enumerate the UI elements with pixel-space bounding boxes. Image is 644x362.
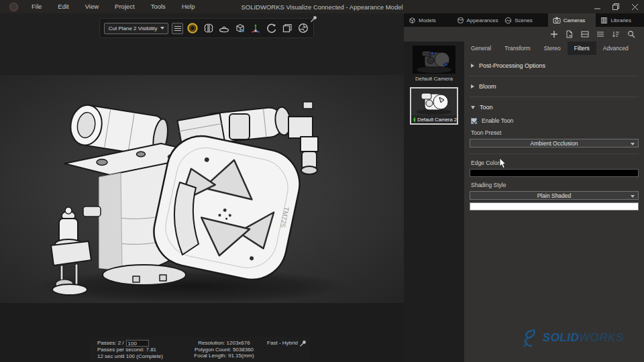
- camera-icon: [553, 17, 561, 24]
- restore-button[interactable]: [606, 0, 625, 13]
- menu-file[interactable]: File: [23, 0, 50, 13]
- subtab-stereo[interactable]: Stereo: [537, 42, 568, 55]
- cut-plane-dropdown-value: Cut Plane 2 Visibility: [109, 25, 158, 32]
- camera-thumbnail[interactable]: [413, 46, 455, 74]
- palette-tabbar: Models Appearances Scenes Cameras Librar…: [404, 13, 644, 27]
- camera-item-default-2[interactable]: Default Camera 2: [410, 87, 458, 125]
- polygon-count: Polygon Count: 5038360: [183, 347, 265, 353]
- tab-cameras[interactable]: Cameras: [548, 13, 596, 27]
- app-logo-icon: [9, 3, 18, 11]
- tab-libraries[interactable]: Libraries: [596, 13, 644, 27]
- camera-subtabs: General Transform Stereo Filters Advance…: [464, 42, 644, 55]
- section-label: Toon: [480, 104, 493, 111]
- camera-selected-label: Default Camera 2: [411, 115, 457, 123]
- section-bloom[interactable]: Bloom: [464, 80, 644, 93]
- subtab-filters[interactable]: Filters: [568, 42, 596, 55]
- pin-icon[interactable]: [310, 15, 317, 24]
- section-post-processing[interactable]: Post-Processing Options: [464, 59, 644, 72]
- camera-options-panel: General Transform Stereo Filters Advance…: [464, 42, 644, 362]
- tab-scenes[interactable]: Scenes: [500, 13, 548, 27]
- shading-style-value: Plain Shaded: [537, 192, 572, 199]
- edge-color-label: Edge Color: [464, 160, 644, 166]
- camera-cube-icon[interactable]: [234, 21, 246, 35]
- edge-color-swatch[interactable]: [470, 169, 639, 177]
- shading-color-swatch[interactable]: [470, 202, 639, 210]
- close-button[interactable]: [625, 0, 644, 13]
- resolution-value: Resolution: 1203x676: [183, 340, 265, 347]
- enable-toon-row: Enable Toon: [464, 115, 644, 126]
- gold-ring-icon[interactable]: [186, 21, 199, 35]
- section-toon[interactable]: Toon: [464, 101, 644, 114]
- turntable-icon[interactable]: [218, 21, 230, 35]
- rotate-icon[interactable]: [266, 21, 278, 35]
- passes-per-second: Passes per second: 7.81: [97, 347, 183, 353]
- chevron-right-icon: [471, 64, 474, 68]
- menu-tools[interactable]: Tools: [143, 0, 174, 13]
- focal-length: Focal Length: 91.15(mm): [183, 353, 265, 359]
- library-icon: [600, 17, 608, 24]
- aperture-icon[interactable]: [297, 21, 309, 35]
- menu-view[interactable]: View: [77, 0, 107, 13]
- move-axes-icon[interactable]: [250, 21, 262, 35]
- menu-project[interactable]: Project: [107, 0, 143, 13]
- camera-name: Default Camera: [413, 76, 455, 82]
- snapshot-icon[interactable]: [281, 21, 293, 35]
- split-view-icon[interactable]: [580, 29, 590, 39]
- subtab-advanced[interactable]: Advanced: [596, 42, 635, 55]
- check-icon: [413, 117, 415, 123]
- chevron-down-icon: [160, 27, 164, 29]
- mouse-cursor: [499, 158, 507, 170]
- subtab-transform[interactable]: Transform: [498, 42, 537, 55]
- tab-models[interactable]: Models: [404, 13, 452, 27]
- palette-panel: Models Appearances Scenes Cameras Librar…: [404, 13, 644, 362]
- pin-icon[interactable]: [299, 340, 307, 349]
- hamburger-icon[interactable]: [172, 23, 183, 34]
- camera-list: Default Camera: [404, 42, 464, 362]
- camera-actions-bar: [404, 27, 644, 42]
- tab-models-label: Models: [419, 17, 436, 23]
- toon-preset-dropdown[interactable]: Ambient Occlusion: [470, 139, 639, 147]
- enable-toon-checkbox[interactable]: [471, 118, 477, 124]
- cut-plane-dropdown[interactable]: Cut Plane 2 Visibility: [104, 23, 168, 34]
- camera-item-default[interactable]: Default Camera: [413, 46, 455, 82]
- add-icon[interactable]: [549, 29, 559, 39]
- section-label: Post-Processing Options: [479, 62, 545, 69]
- watermark-works: WORKS: [579, 331, 624, 344]
- tab-libraries-label: Libraries: [610, 17, 631, 23]
- cube-icon: [409, 17, 416, 24]
- tab-appearances-label: Appearances: [467, 17, 498, 23]
- subtab-general[interactable]: General: [464, 42, 498, 55]
- toon-preset-value: Ambient Occlusion: [531, 140, 578, 147]
- chevron-down-icon: [631, 195, 635, 198]
- search-icon[interactable]: [627, 29, 636, 39]
- menu-help[interactable]: Help: [174, 0, 203, 13]
- passes-target-input[interactable]: [126, 340, 149, 347]
- list-icon[interactable]: [596, 29, 605, 39]
- export-icon[interactable]: [565, 29, 574, 39]
- shading-style-label: Shading Style: [464, 182, 644, 188]
- app-window: File Edit View Project Tools Help SOLIDW…: [0, 0, 644, 362]
- tab-appearances[interactable]: Appearances: [452, 13, 500, 27]
- viewport-toolbar: Cut Plane 2 Visibility: [99, 18, 314, 38]
- watermark-solid: SOLID: [543, 331, 579, 344]
- chevron-down-icon: [471, 106, 475, 109]
- solidworks-watermark: SOLIDWORKS: [522, 328, 624, 347]
- menu-edit[interactable]: Edit: [50, 0, 76, 13]
- render-canvas[interactable]: TM725: [0, 75, 404, 303]
- sort-icon[interactable]: [611, 29, 621, 39]
- chevron-down-icon: [631, 143, 635, 145]
- divider: [470, 97, 639, 97]
- viewport-3d[interactable]: TM725 Cut Plane 2 Visibility: [0, 13, 404, 362]
- shading-style-dropdown[interactable]: Plain Shaded: [470, 191, 639, 200]
- render-mode: Fast - Hybrid: [265, 340, 300, 347]
- camera-name: Default Camera 2: [417, 117, 457, 123]
- render-status-overlay: Passes: 2 / Passes per second: 7.81 12 s…: [89, 337, 309, 360]
- section-label: Bloom: [479, 83, 496, 90]
- split-model-icon[interactable]: [203, 21, 215, 35]
- render-eta: 12 sec until 100 (Complete): [97, 353, 183, 360]
- camera-thumbnail-selected[interactable]: [411, 88, 457, 115]
- scene-icon: [504, 17, 512, 24]
- divider: [470, 76, 639, 76]
- dassault-3ds-icon: [522, 328, 539, 347]
- minimize-button[interactable]: [588, 0, 606, 13]
